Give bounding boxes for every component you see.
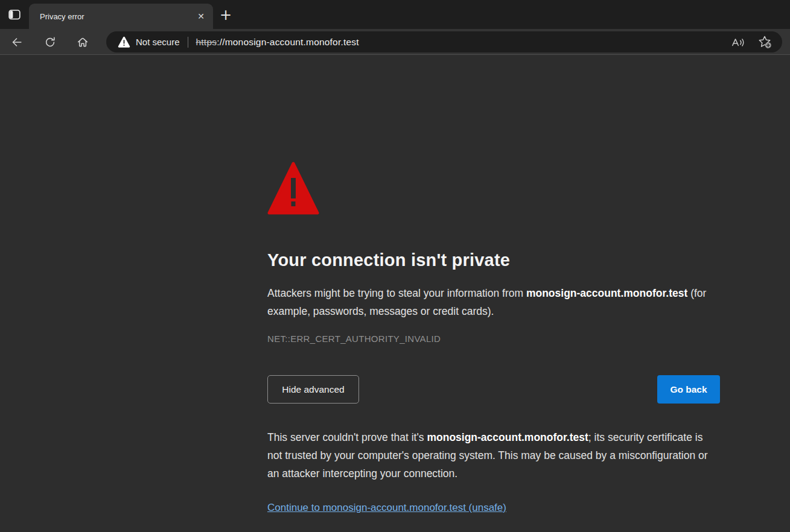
vertical-tabs-icon <box>7 7 22 22</box>
tab-strip: Privacy error ✕ + <box>0 0 790 29</box>
go-back-button[interactable]: Go back <box>657 375 720 404</box>
add-to-favorites-button[interactable] <box>756 33 774 51</box>
new-tab-button[interactable]: + <box>217 7 234 24</box>
back-arrow-icon <box>10 36 24 49</box>
error-description: Attackers might be trying to steal your … <box>267 284 720 320</box>
favorites-star-plus-icon <box>757 35 772 49</box>
advanced-details-text: This server couldn't prove that it's mon… <box>267 428 720 483</box>
refresh-button[interactable] <box>39 31 61 53</box>
privacy-error-page: Your connection isn't private Attackers … <box>267 161 720 514</box>
hide-advanced-button[interactable]: Hide advanced <box>267 375 359 404</box>
error-warning-triangle-icon <box>267 161 319 215</box>
warning-triangle-icon <box>118 36 130 48</box>
home-button[interactable] <box>72 31 94 53</box>
toolbar: Not secure https://monosign-account.mono… <box>0 29 790 55</box>
action-buttons: Hide advanced Go back <box>267 375 720 404</box>
home-icon <box>76 36 89 49</box>
url-text: https://monosign-account.monofor.test <box>196 37 359 48</box>
continue-unsafe-link[interactable]: Continue to monosign-account.monofor.tes… <box>267 502 506 514</box>
site-security-chip[interactable]: Not secure <box>118 36 180 48</box>
url-scheme-strikethrough: https <box>196 37 217 47</box>
url-host: ://monosign-account.monofor.test <box>217 37 359 47</box>
address-bar[interactable]: Not secure https://monosign-account.mono… <box>106 31 782 52</box>
error-code: NET::ERR_CERT_AUTHORITY_INVALID <box>267 334 720 344</box>
tab-actions-menu-button[interactable] <box>5 5 24 24</box>
affected-domain-advanced: monosign-account.monofor.test <box>427 431 588 443</box>
affected-domain: monosign-account.monofor.test <box>526 287 687 299</box>
page-title: Your connection isn't private <box>267 250 720 270</box>
refresh-icon <box>43 36 57 49</box>
omnibox-actions <box>729 33 774 51</box>
read-aloud-icon <box>731 36 745 49</box>
browser-tab[interactable]: Privacy error ✕ <box>29 4 213 29</box>
read-aloud-button[interactable] <box>729 33 747 51</box>
omnibox-divider <box>188 37 188 48</box>
plus-icon: + <box>220 8 232 22</box>
tab-title: Privacy error <box>40 12 194 21</box>
back-button[interactable] <box>6 31 28 53</box>
security-status-label: Not secure <box>136 37 180 47</box>
tab-close-icon[interactable]: ✕ <box>194 9 208 24</box>
